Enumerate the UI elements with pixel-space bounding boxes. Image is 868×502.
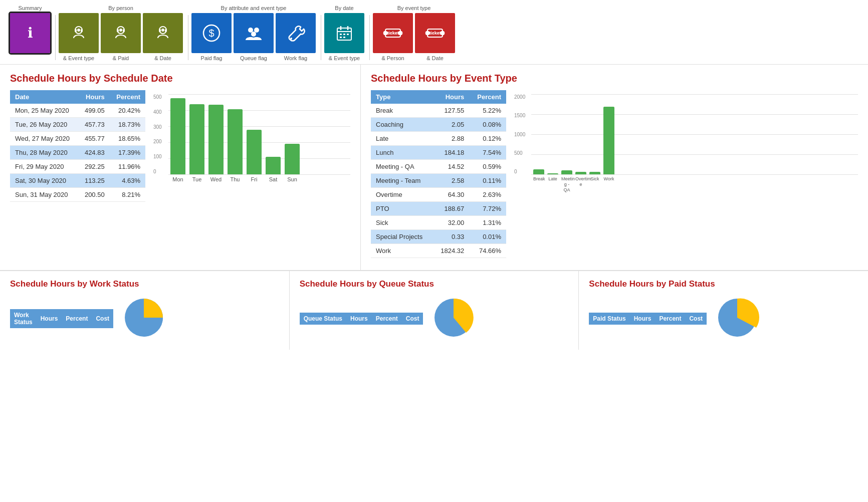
bar-thu [228,109,243,174]
event-hours: 32.00 [432,216,469,230]
row-percent: 11.96% [110,160,145,174]
col-qs-cost: Cost [402,313,423,325]
mini-bar-col-break [533,169,544,174]
nav-tile-summary[interactable]: ℹ [10,13,50,53]
row-date: Wed, 27 May 2020 [10,132,78,146]
col-work-status: WorkStatus [10,309,37,328]
row-date: Sun, 31 May 2020 [10,188,78,202]
x-label-thu: Thu [228,176,243,182]
nav-tile-attr-queue[interactable] [234,13,274,53]
x-label-late: Late [547,176,558,192]
mini-bar-break [533,169,544,174]
nav-tile-person-paid[interactable] [101,13,141,53]
mini-bar-work [603,107,614,174]
table-row: Tue, 26 May 2020 457.73 18.73% [10,118,145,132]
y-tick-500: 500 [153,94,166,100]
event-x-labels: Break Late Meetin g - QA Overtim e Sick … [531,175,858,193]
nav-tile-date-event[interactable] [324,13,364,53]
row-hours: 113.25 [78,174,110,188]
event-percent: 0.59% [469,160,506,174]
y-tick-500: 500 [514,150,529,156]
bar-col-fri [247,130,262,174]
nav-tile-attr-paid[interactable]: $ [191,13,232,53]
col-type: Type [371,90,432,104]
bar-col-sun [285,144,300,174]
col-qs-percent: Percent [372,313,402,325]
work-status-title-highlight: Work Status [90,279,139,289]
svg-rect-11 [165,29,167,32]
event-percent: 74.66% [469,244,506,258]
table-row: Meeting - Team 2.58 0.11% [371,174,506,188]
svg-rect-3 [81,29,83,32]
svg-text:ticket: ticket [387,31,399,36]
event-percent: 7.72% [469,202,506,216]
work-status-table: WorkStatus Hours Percent Cost [10,309,113,328]
nav-sub-person-paid: & Paid [101,53,141,64]
paid-status-panel: Schedule Hours by Paid Status Paid Statu… [579,271,868,350]
nav-separator-2 [188,15,188,60]
col-percent: Percent [110,90,145,104]
nav-separator-4 [369,15,370,60]
table-row: Sick 32.00 1.31% [371,216,506,230]
queue-status-table: Queue Status Hours Percent Cost [300,313,423,325]
info-icon: ℹ [28,25,33,41]
paid-status-pie [715,295,760,342]
schedule-by-date-table-wrap: Date Hours Percent Mon, 25 May 2020 499.… [10,90,145,206]
svg-point-5 [119,29,122,32]
work-status-table-wrap: WorkStatus Hours Percent Cost [10,309,113,328]
work-status-content: WorkStatus Hours Percent Cost [10,295,279,342]
nav-tile-attr-work[interactable] [276,13,316,53]
work-status-title-static: Schedule Hours by [10,279,90,289]
schedule-by-date-title-static: Schedule Hours by [10,73,104,84]
row-percent: 20.42% [110,104,145,118]
col-hours: Hours [78,90,110,104]
nav-tile-person-date[interactable] [143,13,183,53]
event-hours: 188.67 [432,202,469,216]
nav-group-summary: Summary ℹ [10,5,50,58]
nav-group-attribute: By attribute and event type $ [191,5,316,64]
table-row: Overtime 64.30 2.63% [371,188,506,202]
svg-text:$: $ [208,28,214,39]
svg-rect-7 [123,29,125,32]
nav-tile-event-date[interactable]: ticket [415,13,455,53]
svg-point-17 [290,38,292,40]
row-hours: 200.50 [78,188,110,202]
col-queue-status: Queue Status [300,313,346,325]
y-tick-2000: 2000 [514,94,529,100]
event-type: Coaching [371,118,432,132]
mini-bar-sick [589,172,600,174]
nav-group-person-label: By person [108,5,133,11]
row-date: Mon, 25 May 2020 [10,104,78,118]
row-hours: 499.05 [78,104,110,118]
nav-tile-event-person[interactable]: ticket [373,13,413,53]
table-row: PTO 188.67 7.72% [371,202,506,216]
work-status-title: Schedule Hours by Work Status [10,279,279,289]
event-percent: 5.22% [469,104,506,118]
x-label-sun: Sun [285,176,300,182]
row-hours: 292.25 [78,160,110,174]
queue-status-title-static: Schedule Hours by [300,279,379,289]
mini-bar-col-work [603,107,614,174]
top-navigation: Summary ℹ By person & Event type & Pa [0,0,868,65]
svg-rect-24 [347,34,349,35]
nav-group-summary-label: Summary [18,5,42,11]
col-ws-cost: Cost [92,309,113,328]
row-percent: 17.39% [110,146,145,160]
event-hours: 2.05 [432,118,469,132]
svg-point-14 [248,28,253,33]
row-percent: 8.21% [110,188,145,202]
event-bars-container: Break Late Meetin g - QA Overtim e Sick … [531,90,858,195]
nav-tile-person-event[interactable] [59,13,99,53]
event-hours: 0.33 [432,230,469,244]
svg-point-1 [77,29,80,32]
event-hours: 64.30 [432,188,469,202]
table-row: Meeting - QA 14.52 0.59% [371,160,506,174]
gridline [168,174,350,175]
mini-bar-col-overtime [575,172,586,174]
col-ps-cost: Cost [685,313,707,325]
table-row: Sun, 31 May 2020 200.50 8.21% [10,188,145,202]
row-percent: 18.65% [110,132,145,146]
nav-group-attribute-label: By attribute and event type [221,5,287,11]
nav-group-event-label: By event type [397,5,431,11]
paid-status-title-highlight: Paid Status [669,279,715,289]
